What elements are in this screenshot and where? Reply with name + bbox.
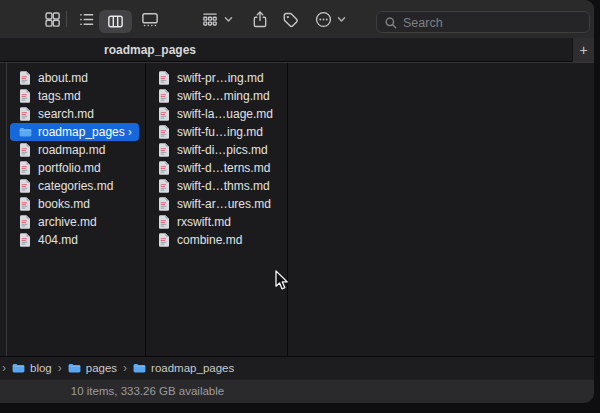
file-row[interactable]: roadmap.md	[10, 141, 139, 159]
file-name: roadmap.md	[38, 143, 105, 157]
file-row[interactable]: swift-d…terns.md	[149, 159, 281, 177]
path-crumb-label: blog	[30, 362, 52, 374]
file-row[interactable]: rxswift.md	[149, 213, 281, 231]
document-icon	[19, 107, 32, 121]
file-name: categories.md	[38, 179, 113, 193]
file-name: rxswift.md	[177, 215, 231, 229]
file-row[interactable]: swift-di…pics.md	[149, 141, 281, 159]
column-divider[interactable]	[287, 63, 288, 356]
file-row[interactable]: swift-fu…ing.md	[149, 123, 281, 141]
file-row[interactable]: swift-pr…ing.md	[149, 69, 281, 87]
toolbar	[0, 0, 594, 38]
toolbar-divider	[66, 11, 67, 27]
tag-button[interactable]	[277, 0, 303, 38]
document-icon	[19, 197, 32, 211]
file-row[interactable]: search.md	[10, 105, 139, 123]
file-row[interactable]: portfolio.md	[10, 159, 139, 177]
document-icon	[158, 143, 171, 157]
document-icon	[19, 215, 32, 229]
document-icon	[19, 89, 32, 103]
path-crumb[interactable]: roadmap_pages	[133, 362, 234, 374]
icon-view-button[interactable]	[39, 0, 65, 38]
folder-icon	[19, 125, 32, 139]
finder-window: roadmap_pages + about.mdtags.mdsearch.md…	[0, 0, 594, 403]
ellipsis-circle-icon	[314, 10, 333, 29]
document-icon	[158, 215, 171, 229]
document-icon	[19, 179, 32, 193]
path-crumb[interactable]: blog	[12, 362, 52, 374]
search-input[interactable]	[401, 13, 585, 33]
tab-title-label: roadmap_pages	[104, 43, 196, 57]
file-name: swift-d…terns.md	[177, 161, 270, 175]
gallery-icon	[140, 10, 160, 29]
path-bar-items: ›blog›pages›roadmap_pages	[0, 358, 234, 378]
chevron-down-icon	[337, 16, 346, 23]
path-bar: ›blog›pages›roadmap_pages	[0, 356, 594, 379]
file-name: swift-di…pics.md	[177, 143, 268, 157]
list-view-button[interactable]	[73, 0, 99, 38]
share-button[interactable]	[247, 0, 273, 38]
column-view-button[interactable]	[99, 10, 132, 33]
plus-icon: +	[579, 42, 587, 58]
file-name: tags.md	[38, 89, 81, 103]
column-view: about.mdtags.mdsearch.mdroadmap_pages›ro…	[0, 62, 594, 356]
path-crumb-label: roadmap_pages	[151, 362, 234, 374]
more-options-button[interactable]	[310, 0, 350, 38]
file-name: books.md	[38, 197, 90, 211]
document-icon	[19, 161, 32, 175]
document-icon	[158, 179, 171, 193]
chevron-down-icon	[224, 16, 233, 23]
add-tab-button[interactable]: +	[572, 38, 594, 62]
file-row[interactable]: books.md	[10, 195, 139, 213]
status-bar: 10 items, 333.26 GB available	[0, 379, 594, 403]
file-name: 404.md	[38, 233, 78, 247]
file-name: archive.md	[38, 215, 97, 229]
path-separator: ›	[58, 358, 62, 378]
file-name: swift-fu…ing.md	[177, 125, 263, 139]
file-row[interactable]: swift-la…uage.md	[149, 105, 281, 123]
tab-roadmap-pages[interactable]: roadmap_pages	[0, 38, 300, 62]
file-row[interactable]: tags.md	[10, 87, 139, 105]
group-icon	[200, 10, 220, 29]
file-row-folder[interactable]: roadmap_pages›	[10, 123, 139, 141]
finder-column: about.mdtags.mdsearch.mdroadmap_pages›ro…	[7, 63, 145, 356]
document-icon	[158, 197, 171, 211]
folder-icon	[12, 363, 25, 373]
list-icon	[77, 10, 96, 29]
desktop: { "window": { "title": "roadmap_pages" }…	[0, 0, 600, 413]
share-icon	[251, 10, 269, 29]
path-separator: ›	[123, 358, 127, 378]
file-name: portfolio.md	[38, 161, 101, 175]
file-name: swift-pr…ing.md	[177, 71, 264, 85]
magnifier-icon	[384, 16, 398, 34]
file-row[interactable]: combine.md	[149, 231, 281, 249]
path-crumb[interactable]: pages	[68, 362, 117, 374]
document-icon	[158, 89, 171, 103]
file-name: about.md	[38, 71, 88, 85]
columns-icon	[106, 12, 125, 31]
file-row[interactable]: swift-ar…ures.md	[149, 195, 281, 213]
file-row[interactable]: swift-o…ming.md	[149, 87, 281, 105]
file-row[interactable]: swift-d…thms.md	[149, 177, 281, 195]
file-row[interactable]: categories.md	[10, 177, 139, 195]
group-button[interactable]	[196, 0, 236, 38]
file-name: search.md	[38, 107, 94, 121]
finder-column: swift-pr…ing.mdswift-o…ming.mdswift-la…u…	[146, 63, 287, 356]
file-row[interactable]: archive.md	[10, 213, 139, 231]
chevron-right-icon: ›	[128, 124, 132, 140]
file-name: swift-d…thms.md	[177, 179, 270, 193]
document-icon	[19, 233, 32, 247]
file-row[interactable]: about.md	[10, 69, 139, 87]
document-icon	[158, 161, 171, 175]
file-row[interactable]: 404.md	[10, 231, 139, 249]
gallery-view-button[interactable]	[136, 0, 164, 38]
file-name: roadmap_pages	[38, 125, 125, 139]
status-text: 10 items, 333.26 GB available	[0, 380, 295, 403]
folder-icon	[133, 363, 146, 373]
file-name: swift-la…uage.md	[177, 107, 273, 121]
file-name: combine.md	[177, 233, 242, 247]
document-icon	[158, 125, 171, 139]
file-name: swift-ar…ures.md	[177, 197, 271, 211]
document-icon	[158, 107, 171, 121]
tab-bar: roadmap_pages +	[0, 38, 594, 62]
